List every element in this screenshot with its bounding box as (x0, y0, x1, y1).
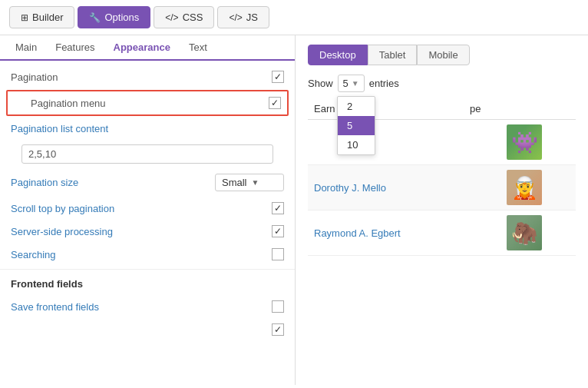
builder-label: Builder (32, 12, 63, 23)
avatar-elf: 🧝 (507, 170, 542, 205)
select-arrow-icon: ▼ (252, 178, 259, 187)
col-name: Earn (308, 98, 464, 120)
pagination-list-content-label: Pagination list content (11, 123, 108, 134)
js-code-icon: </> (229, 12, 242, 23)
elf-icon: 🧝 (511, 175, 538, 201)
save-frontend-label: Save frontend fields (11, 301, 99, 313)
row2-name-text: Dorothy J. Mello (314, 182, 386, 194)
show-select-arrow-icon: ▼ (352, 79, 359, 88)
dropdown-item-2[interactable]: 2 (338, 97, 375, 116)
top-toolbar: ⊞ Builder 🔧 Options </> CSS </> JS (0, 0, 588, 35)
section-divider (0, 269, 295, 270)
col-type: pe (464, 98, 500, 120)
tab-main[interactable]: Main (6, 35, 46, 61)
code-icon: </> (165, 12, 178, 23)
dropdown-item-10[interactable]: 10 (338, 135, 375, 154)
monster-icon: 👾 (511, 130, 538, 155)
options-label: Options (104, 12, 139, 23)
js-label: JS (246, 12, 258, 23)
settings-tabs: Main Features Appearance Text (0, 35, 295, 61)
tab-tablet[interactable]: Tablet (368, 45, 418, 65)
searching-setting: Searching (0, 243, 295, 266)
tab-features[interactable]: Features (46, 35, 104, 61)
tab-appearance[interactable]: Appearance (104, 35, 180, 61)
table-row: Raymond A. Egbert 🦣 (308, 211, 576, 256)
right-panel: Desktop Tablet Mobile Show 5 ▼ entries 2 (296, 35, 588, 385)
pagination-setting: Pagination (0, 65, 295, 88)
entries-dropdown: 2 5 10 (337, 96, 375, 155)
row3-name: Raymond A. Egbert (308, 211, 464, 256)
row3-avatar: 🦣 (500, 211, 576, 256)
row2-name: Dorothy J. Mello (308, 165, 464, 211)
pagination-label: Pagination (11, 71, 58, 83)
pagination-menu-checkbox[interactable] (269, 97, 281, 109)
css-button[interactable]: </> CSS (154, 6, 214, 28)
tab-desktop[interactable]: Desktop (308, 45, 368, 65)
pagination-size-label: Pagination size (11, 177, 78, 188)
left-panel: Main Features Appearance Text Pagination… (0, 35, 296, 385)
row2-type (464, 165, 500, 211)
show-value: 5 (343, 78, 349, 89)
row1-type (464, 120, 500, 165)
avatar-monster: 👾 (507, 124, 542, 160)
scroll-top-label: Scroll top by pagination (11, 203, 114, 214)
pagination-list-content-setting: Pagination list content (0, 118, 295, 140)
builder-button[interactable]: ⊞ Builder (9, 6, 74, 28)
server-side-checkbox[interactable] (272, 225, 284, 237)
show-entries-row: Show 5 ▼ entries 2 5 10 (308, 75, 576, 92)
scroll-top-checkbox[interactable] (272, 202, 284, 214)
row1-avatar: 👾 (500, 120, 576, 165)
tab-mobile[interactable]: Mobile (417, 45, 469, 65)
frontend-fields-label: Frontend fields (11, 278, 83, 290)
server-side-setting: Server-side processing (0, 220, 295, 243)
frontend-fields-section: Frontend fields (0, 273, 295, 295)
settings-list: Pagination Pagination menu Pagination li… (0, 61, 295, 346)
save-frontend-checkbox[interactable] (272, 300, 284, 313)
pagination-list-input[interactable] (21, 144, 273, 164)
row3-type (464, 211, 500, 256)
main-content: Main Features Appearance Text Pagination… (0, 35, 588, 385)
row1-name (308, 120, 464, 165)
avatar-mammoth: 🦣 (507, 215, 542, 250)
tab-text[interactable]: Text (180, 35, 216, 61)
grid-icon: ⊞ (21, 12, 28, 23)
device-tabs: Desktop Tablet Mobile (308, 45, 576, 65)
save-frontend-setting: Save frontend fields (0, 295, 295, 318)
row3-name-text: Raymond A. Egbert (314, 227, 401, 239)
pagination-list-input-row (0, 140, 295, 168)
wrench-icon: 🔧 (89, 12, 101, 23)
pagination-menu-label: Pagination menu (31, 98, 106, 109)
scroll-top-setting: Scroll top by pagination (0, 197, 295, 220)
table-row: Dorothy J. Mello 🧝 (308, 165, 576, 211)
row2-avatar: 🧝 (500, 165, 576, 211)
extra-checkbox[interactable] (272, 323, 284, 336)
entries-label: entries (369, 78, 399, 89)
pagination-size-setting: Pagination size Small ▼ (0, 168, 295, 197)
server-side-label: Server-side processing (11, 226, 113, 237)
js-button[interactable]: </> JS (217, 6, 269, 28)
pagination-menu-setting: Pagination menu (6, 90, 289, 116)
pagination-checkbox[interactable] (272, 71, 284, 83)
show-select[interactable]: 5 ▼ (338, 75, 365, 92)
show-label: Show (308, 78, 333, 89)
pagination-size-value: Small (222, 177, 247, 188)
col-avatar (500, 98, 576, 120)
extra-setting (0, 318, 295, 341)
mammoth-icon: 🦣 (511, 221, 538, 246)
pagination-size-select[interactable]: Small ▼ (215, 174, 284, 191)
options-button[interactable]: 🔧 Options (78, 6, 150, 28)
searching-checkbox[interactable] (272, 248, 284, 260)
css-label: CSS (183, 12, 203, 23)
dropdown-item-5[interactable]: 5 (338, 116, 375, 135)
searching-label: Searching (11, 249, 56, 260)
